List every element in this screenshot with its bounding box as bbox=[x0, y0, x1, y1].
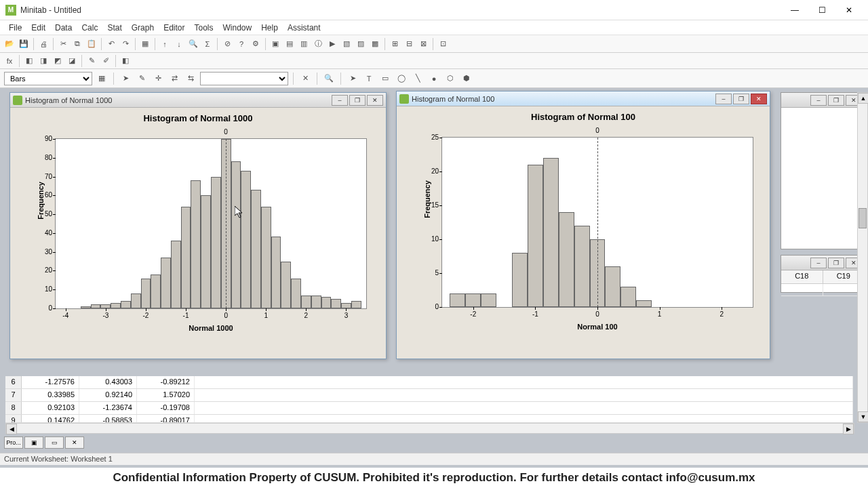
et-e-icon[interactable]: ✎ bbox=[85, 54, 98, 68]
close-button[interactable]: ✕ bbox=[835, 1, 863, 20]
arrow-up-icon[interactable]: ↑ bbox=[158, 37, 172, 51]
redo-icon[interactable]: ↷ bbox=[119, 37, 132, 51]
menu-edit[interactable]: Edit bbox=[26, 22, 50, 34]
session-titlebar[interactable]: – ❐ ✕ bbox=[781, 93, 865, 108]
menu-window[interactable]: Window bbox=[218, 22, 257, 34]
histogram-bar[interactable] bbox=[605, 266, 620, 307]
rect-icon[interactable]: ▭ bbox=[378, 72, 392, 85]
minimize-icon[interactable]: – bbox=[332, 95, 348, 106]
close-icon[interactable]: ✕ bbox=[751, 94, 767, 104]
print-icon[interactable]: 🖨 bbox=[37, 37, 50, 51]
info-icon[interactable]: ⓘ bbox=[311, 37, 325, 51]
marker-icon[interactable]: ● bbox=[427, 72, 441, 85]
restore-icon[interactable]: ❐ bbox=[828, 95, 844, 106]
find-icon[interactable]: 🔍 bbox=[186, 37, 200, 51]
grid2-icon[interactable]: ⊟ bbox=[402, 37, 416, 51]
polyline-icon[interactable]: ⬡ bbox=[443, 72, 457, 85]
pointer-icon[interactable]: ➤ bbox=[119, 72, 132, 85]
histogram-bar[interactable] bbox=[231, 161, 241, 308]
grid3-icon[interactable]: ⊠ bbox=[416, 37, 430, 51]
scroll-left-icon[interactable]: ◀ bbox=[6, 424, 17, 434]
play-icon[interactable]: ▶ bbox=[326, 37, 339, 51]
scroll-thumb[interactable] bbox=[859, 208, 867, 228]
worksheet-titlebar[interactable]: – ❐ ✕ bbox=[781, 256, 865, 270]
histogram-bar[interactable] bbox=[481, 293, 496, 307]
histogram-bar[interactable] bbox=[321, 297, 332, 308]
graph-combo[interactable] bbox=[200, 72, 288, 85]
scroll-right-icon[interactable]: ▶ bbox=[843, 424, 854, 434]
ellipse-icon[interactable]: ◯ bbox=[395, 72, 408, 85]
open-icon[interactable]: 📂 bbox=[3, 37, 16, 51]
tb-a-icon[interactable]: ▣ bbox=[269, 37, 282, 51]
et-b-icon[interactable]: ◨ bbox=[37, 54, 50, 68]
copy-icon[interactable]: ⧉ bbox=[71, 37, 84, 51]
select-icon[interactable]: ➤ bbox=[346, 72, 359, 85]
close-icon[interactable]: ✕ bbox=[367, 95, 383, 106]
menu-file[interactable]: File bbox=[4, 22, 26, 34]
tool-icon[interactable]: ▦ bbox=[138, 37, 152, 51]
restore-icon[interactable]: ❐ bbox=[733, 94, 749, 104]
chart-window-100[interactable]: Histogram of Normal 100 – ❐ ✕ Histogram … bbox=[396, 91, 770, 359]
minimize-icon[interactable]: – bbox=[810, 95, 827, 106]
histogram-bar[interactable] bbox=[100, 304, 111, 308]
project-tab[interactable]: Pro... bbox=[4, 436, 23, 449]
histogram-bar[interactable] bbox=[301, 296, 311, 308]
tab-button[interactable]: ▣ bbox=[24, 436, 43, 449]
histogram-bar[interactable] bbox=[121, 301, 131, 308]
paste-icon[interactable]: 📋 bbox=[85, 37, 98, 51]
grid4-icon[interactable]: ⊡ bbox=[436, 37, 450, 51]
histogram-bar[interactable] bbox=[331, 299, 341, 308]
histogram-bar[interactable] bbox=[311, 296, 321, 308]
histogram-bar[interactable] bbox=[161, 258, 171, 308]
maximize-button[interactable]: ☐ bbox=[808, 1, 835, 20]
help-icon[interactable]: ? bbox=[235, 37, 248, 51]
histogram-bar[interactable] bbox=[131, 293, 141, 308]
save-icon[interactable]: 💾 bbox=[17, 37, 31, 51]
menu-tools[interactable]: Tools bbox=[189, 22, 218, 34]
histogram-bar[interactable] bbox=[81, 306, 91, 308]
histogram-bar[interactable] bbox=[91, 304, 101, 308]
menu-data[interactable]: Data bbox=[50, 22, 77, 34]
polygon-icon[interactable]: ⬢ bbox=[460, 72, 473, 85]
scroll-down-icon[interactable]: ▼ bbox=[858, 411, 868, 422]
tb-c-icon[interactable]: ▥ bbox=[297, 37, 311, 51]
menu-graph[interactable]: Graph bbox=[127, 22, 159, 34]
cut-icon[interactable]: ✂ bbox=[56, 37, 70, 51]
line-icon[interactable]: ╲ bbox=[411, 72, 425, 85]
minimize-icon[interactable]: – bbox=[715, 94, 732, 104]
table-row[interactable]: 9 0.14762 -0.58853 -0.89017 bbox=[5, 415, 853, 423]
histogram-bar[interactable] bbox=[171, 241, 181, 308]
table-row[interactable]: 7 0.33985 0.92140 1.57020 bbox=[5, 389, 853, 402]
arrow-down-icon[interactable]: ↓ bbox=[172, 37, 186, 51]
histogram-bar[interactable] bbox=[181, 207, 191, 308]
stats-icon[interactable]: Σ bbox=[201, 37, 214, 51]
histogram-bar[interactable] bbox=[341, 303, 351, 308]
chart-titlebar[interactable]: Histogram of Normal 1000 – ❐ ✕ bbox=[10, 93, 386, 108]
histogram-bar[interactable] bbox=[351, 301, 361, 308]
zoom-icon[interactable]: 🔍 bbox=[322, 72, 336, 85]
bars-combo[interactable]: Bars bbox=[4, 72, 92, 85]
table-row[interactable]: 6 -1.27576 0.43003 -0.89212 bbox=[5, 376, 853, 389]
et-d-icon[interactable]: ◪ bbox=[65, 54, 79, 68]
histogram-bar[interactable] bbox=[141, 279, 151, 308]
swap2-icon[interactable]: ⇆ bbox=[184, 72, 197, 85]
minimize-button[interactable]: — bbox=[781, 1, 808, 20]
brush-icon[interactable]: ✎ bbox=[135, 72, 149, 85]
menu-stat[interactable]: Stat bbox=[102, 22, 126, 34]
chart-titlebar[interactable]: Histogram of Normal 100 – ❐ ✕ bbox=[397, 92, 770, 106]
vertical-scrollbar[interactable]: ▲ ▼ bbox=[857, 92, 868, 423]
histogram-bar[interactable] bbox=[512, 253, 528, 307]
et-g-icon[interactable]: ◧ bbox=[119, 54, 132, 68]
undo-icon[interactable]: ↶ bbox=[104, 37, 118, 51]
histogram-bar[interactable] bbox=[574, 226, 590, 307]
tb-f-icon[interactable]: ▩ bbox=[368, 37, 382, 51]
menu-editor[interactable]: Editor bbox=[159, 22, 189, 34]
histogram-bar[interactable] bbox=[450, 293, 465, 307]
histogram-bar[interactable] bbox=[201, 195, 211, 308]
histogram-bar[interactable] bbox=[291, 279, 301, 308]
menu-help[interactable]: Help bbox=[256, 22, 283, 34]
restore-icon[interactable]: ❐ bbox=[828, 258, 844, 268]
gt-a-icon[interactable]: ▦ bbox=[95, 72, 108, 85]
chart-window-1000[interactable]: Histogram of Normal 1000 – ❐ ✕ Histogram… bbox=[9, 92, 387, 359]
tb-e-icon[interactable]: ▨ bbox=[354, 37, 368, 51]
